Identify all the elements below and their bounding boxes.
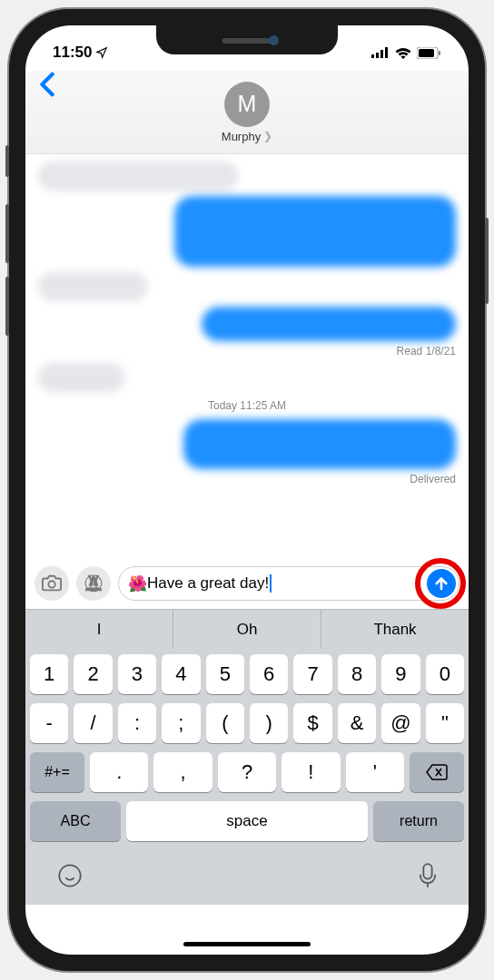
key-3[interactable]: 3 xyxy=(118,654,156,694)
key-0[interactable]: 0 xyxy=(426,654,464,694)
keyboard: 1 2 3 4 5 6 7 8 9 0 - / : ; ( ) $ & @ xyxy=(25,649,469,905)
key-5[interactable]: 5 xyxy=(206,654,244,694)
key-7[interactable]: 7 xyxy=(293,654,331,694)
svg-rect-6 xyxy=(439,51,440,55)
key-lparen[interactable]: ( xyxy=(206,703,244,743)
key-8[interactable]: 8 xyxy=(338,654,376,694)
key-2[interactable]: 2 xyxy=(74,654,112,694)
key-return[interactable]: return xyxy=(373,801,464,841)
keyboard-row-1: 1 2 3 4 5 6 7 8 9 0 xyxy=(30,654,464,694)
key-exclaim[interactable]: ! xyxy=(282,752,340,792)
suggestion-3[interactable]: Thank xyxy=(321,610,469,649)
keyboard-row-3: #+= . , ? ! ' xyxy=(30,752,464,792)
key-backspace[interactable] xyxy=(410,752,464,792)
cellular-icon xyxy=(371,47,390,58)
key-amp[interactable]: & xyxy=(338,703,376,743)
svg-rect-3 xyxy=(385,47,388,58)
location-icon xyxy=(95,46,108,59)
conversation-header: M Murphy ❯ xyxy=(25,71,469,154)
timestamp: Today 11:25 AM xyxy=(38,399,456,412)
key-apostrophe[interactable]: ' xyxy=(346,752,404,792)
display-notch xyxy=(156,25,338,54)
key-colon[interactable]: : xyxy=(118,703,156,743)
contact-name-label: Murphy xyxy=(222,130,261,143)
screen: 11:50 M Murphy ❯ xyxy=(25,25,469,955)
key-abc[interactable]: ABC xyxy=(30,801,121,841)
predictive-text-bar: I Oh Thank xyxy=(25,609,469,649)
volume-up-button xyxy=(5,204,9,263)
backspace-icon xyxy=(426,764,448,780)
appstore-button[interactable]: Ⓐ xyxy=(76,566,111,601)
svg-rect-1 xyxy=(376,53,379,58)
message-input-bar: Ⓐ 🌺 Have a great day! xyxy=(25,558,469,609)
outgoing-message[interactable] xyxy=(202,307,456,341)
key-symbols[interactable]: #+= xyxy=(30,752,84,792)
dictation-button[interactable] xyxy=(419,863,437,892)
send-button[interactable] xyxy=(427,569,456,598)
svg-point-7 xyxy=(48,581,54,587)
key-question[interactable]: ? xyxy=(218,752,276,792)
mute-switch xyxy=(5,145,9,177)
key-1[interactable]: 1 xyxy=(30,654,68,694)
avatar: M xyxy=(224,82,270,127)
incoming-message[interactable] xyxy=(38,363,124,392)
camera-button[interactable] xyxy=(35,566,69,601)
key-slash[interactable]: / xyxy=(74,703,112,743)
home-indicator[interactable] xyxy=(183,942,311,946)
chevron-right-icon: ❯ xyxy=(263,130,272,142)
keyboard-row-2: - / : ; ( ) $ & @ " xyxy=(30,703,464,743)
messages-list[interactable]: Read 1/8/21 Today 11:25 AM Delivered xyxy=(25,154,469,558)
incoming-message[interactable] xyxy=(38,272,147,301)
outgoing-message[interactable] xyxy=(183,419,456,469)
incoming-message[interactable] xyxy=(38,162,238,191)
key-space[interactable]: space xyxy=(126,801,368,841)
svg-rect-2 xyxy=(380,50,383,58)
text-cursor xyxy=(270,574,272,593)
key-comma[interactable]: , xyxy=(153,752,212,792)
key-quote[interactable]: " xyxy=(426,703,464,743)
volume-down-button xyxy=(5,277,9,336)
keyboard-row-4: ABC space return xyxy=(30,801,464,841)
key-at[interactable]: @ xyxy=(381,703,420,743)
key-6[interactable]: 6 xyxy=(250,654,288,694)
key-semicolon[interactable]: ; xyxy=(162,703,200,743)
input-emoji: 🌺 xyxy=(128,574,147,593)
power-button xyxy=(485,218,489,304)
camera-icon xyxy=(42,574,62,593)
outgoing-message[interactable] xyxy=(174,196,456,267)
message-input[interactable]: 🌺 Have a great day! xyxy=(118,566,459,601)
suggestion-1[interactable]: I xyxy=(25,610,173,649)
svg-rect-0 xyxy=(371,54,374,58)
keyboard-bottom-row xyxy=(30,850,464,905)
emoji-button[interactable] xyxy=(57,863,83,892)
status-time: 11:50 xyxy=(53,44,92,62)
key-rparen[interactable]: ) xyxy=(250,703,288,743)
arrow-up-icon xyxy=(433,575,450,592)
battery-icon xyxy=(417,47,441,59)
read-receipt: Read 1/8/21 xyxy=(38,345,456,358)
key-dash[interactable]: - xyxy=(30,703,68,743)
emoji-icon xyxy=(57,863,83,888)
mic-icon xyxy=(419,863,437,888)
svg-rect-14 xyxy=(423,864,431,878)
key-period[interactable]: . xyxy=(90,752,148,792)
contact-info[interactable]: M Murphy ❯ xyxy=(222,82,272,143)
key-dollar[interactable]: $ xyxy=(293,703,331,743)
suggestion-2[interactable]: Oh xyxy=(173,610,321,649)
input-text-content: Have a great day! xyxy=(147,574,269,593)
back-button[interactable] xyxy=(39,71,55,104)
key-4[interactable]: 4 xyxy=(162,654,200,694)
key-9[interactable]: 9 xyxy=(381,654,420,694)
svg-rect-5 xyxy=(419,49,434,57)
delivered-status: Delivered xyxy=(38,473,456,485)
svg-point-11 xyxy=(59,865,80,886)
wifi-icon xyxy=(395,47,411,59)
phone-frame: 11:50 M Murphy ❯ xyxy=(9,9,485,971)
